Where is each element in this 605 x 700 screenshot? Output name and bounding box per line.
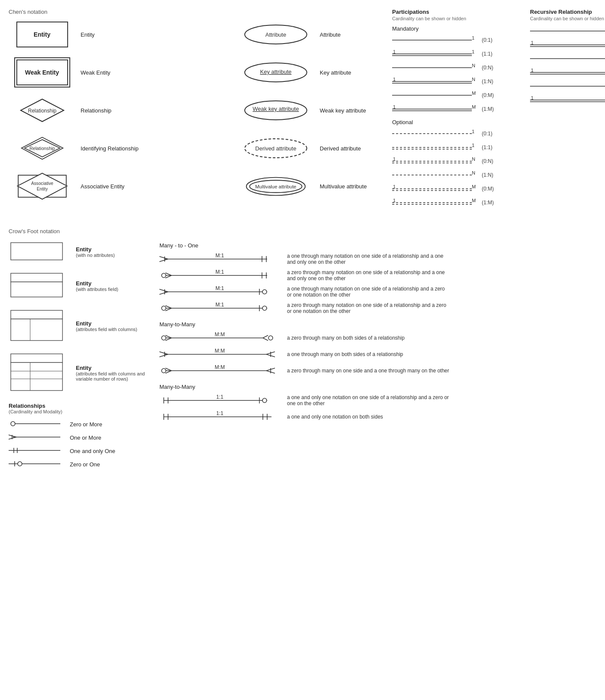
rel-legend-subtitle: (Cardinality and Modality): [9, 409, 147, 414]
recursive-title: Recursive Relationship: [530, 9, 605, 15]
svg-rect-82: [11, 362, 62, 391]
svg-text:Multivalue attribute: Multivalue attribute: [255, 184, 296, 189]
svg-text:M:M: M:M: [215, 348, 225, 354]
crows-cols-shape: [9, 308, 69, 344]
svg-text:1: 1: [393, 104, 396, 109]
mm-line-3: M:M: [159, 365, 280, 377]
svg-text:N: N: [472, 77, 475, 82]
part-notation-o-1n: (1:N): [482, 172, 493, 178]
relationship-shape: Relationship: [9, 98, 75, 123]
attr-label-weak-key: Weak key attribute: [315, 107, 366, 114]
rec-line-1m: 1 M: [530, 96, 605, 104]
entity-box: Entity: [16, 22, 68, 47]
attr-row-multivalue: Multivalue attribute Multivalue attribut…: [237, 171, 392, 201]
part-line-m-0n: N: [392, 63, 478, 72]
svg-text:1: 1: [393, 184, 396, 189]
svg-text:Attribute: Attribute: [265, 31, 286, 38]
crows-entity-rows: Entity (attributes field with columns an…: [9, 352, 147, 394]
many-to-many-title: Many-to-Many: [159, 321, 596, 328]
diamond-svg: Relationship: [19, 98, 66, 123]
svg-text:N: N: [472, 170, 475, 175]
svg-text:M:1: M:1: [215, 302, 224, 308]
part-row-o-0n: 1 N (0:N): [392, 156, 521, 167]
rec-line-0m: M: [530, 82, 605, 91]
svg-text:1: 1: [393, 77, 396, 82]
svg-line-127: [165, 335, 172, 338]
svg-line-132: [263, 338, 268, 341]
weak-entity-box: Weak Entity: [16, 59, 68, 85]
svg-text:1: 1: [472, 129, 474, 134]
m1-row-2: M:1 a zero through many notation on one …: [159, 269, 596, 281]
part-notation-m-0n: (0:N): [482, 65, 493, 71]
weak-entity-label: Weak Entity: [75, 69, 151, 76]
participations-title: Participations: [392, 9, 521, 15]
svg-text:Entity: Entity: [37, 187, 48, 191]
svg-rect-81: [11, 354, 62, 362]
svg-point-142: [162, 369, 166, 373]
part-row-m-1n: 1 N (1:N): [392, 76, 521, 87]
m1-row-1: M:1 a one through many notation on one s…: [159, 253, 596, 265]
svg-point-105: [162, 273, 166, 278]
attr-shape-derived: Derived attribute: [237, 137, 315, 160]
svg-text:Weak key attribute: Weak key attribute: [253, 106, 299, 112]
part-notation-m-11: (1:1): [482, 51, 493, 57]
rec-row-11: 1 1 (1:1): [530, 39, 605, 50]
svg-line-98: [159, 256, 168, 259]
m1-desc-3: a one through many notation on one side …: [287, 286, 451, 298]
crows-rows-label: Entity (attributes field with columns an…: [69, 365, 147, 381]
recursive-subtitle: Cardinality can be shown or hidden: [530, 16, 605, 21]
chens-relationship-row: Relationship Relationship: [9, 95, 237, 125]
rec-row-1m: 1 M (1:M): [530, 94, 605, 106]
mandatory-label: Mandatory: [392, 25, 521, 32]
m1-desc-1: a one through many notation on one side …: [287, 253, 451, 265]
crows-cols-label: Entity (attributes field with columns): [69, 320, 137, 332]
attr-row-weak-key: Weak key attribute Weak key attribute: [237, 95, 392, 125]
part-notation-o-0n: (0:N): [482, 158, 493, 164]
entity-shape: Entity: [9, 22, 75, 47]
attr-row-derived: Derived attribute Derived attribute: [237, 133, 392, 163]
attr-label-multivalue: Multivalue attribute: [315, 183, 367, 190]
svg-text:1: 1: [531, 40, 533, 45]
weak-key-ellipse-svg: Weak key attribute: [241, 99, 310, 122]
chens-col: Chen's notation Entity Entity Weak Entit…: [9, 9, 237, 211]
participations-subtitle: Cardinality can be shown or hidden: [392, 16, 521, 21]
part-line-m-1m: 1 M: [392, 105, 478, 113]
rel-one-more-desc: One or More: [70, 434, 101, 441]
svg-rect-75: [11, 243, 62, 260]
crows-left: Entity (with no attributes) Entity (with…: [9, 241, 147, 473]
svg-line-121: [165, 308, 172, 311]
part-line-m-1n: 1 N: [392, 77, 478, 86]
mm-desc-1: a zero through many on both sides of a r…: [287, 335, 405, 341]
part-row-o-11: 1 (1:1): [392, 142, 521, 153]
mm-line-1: M:M: [159, 332, 280, 344]
rel-zero-one-desc: Zero or One: [70, 461, 100, 468]
svg-text:Relationship: Relationship: [28, 108, 56, 114]
mm-row-3: M:M a zero through many on one side and …: [159, 365, 596, 377]
m1-line-4: M:1: [159, 302, 280, 314]
mm-row-2: M:M a one through many on both sides of …: [159, 348, 596, 360]
svg-rect-78: [11, 310, 62, 319]
rec-row-1n: 1 N (1:N): [530, 67, 605, 78]
svg-line-134: [159, 352, 168, 354]
attr-ellipse-svg: Attribute: [241, 23, 310, 47]
part-notation-o-01: (0:1): [482, 131, 493, 137]
svg-text:1:1: 1:1: [216, 394, 224, 400]
key-attr-ellipse-svg: Key attribute: [241, 61, 310, 84]
one-to-one-title: Many-to-Many: [159, 384, 596, 390]
associative-label: Associative Entity: [75, 183, 151, 190]
svg-point-126: [162, 336, 166, 340]
crows-attr-label: Entity (with attributes field): [69, 280, 118, 292]
attr-label-key: Key attribute: [315, 69, 351, 76]
svg-text:1:1: 1:1: [216, 410, 224, 416]
svg-line-131: [263, 335, 268, 338]
svg-text:1: 1: [393, 156, 396, 162]
svg-text:1: 1: [393, 49, 396, 54]
svg-rect-76: [11, 273, 62, 282]
rel-legend-title: Relationships: [9, 403, 147, 409]
svg-text:1: 1: [393, 198, 396, 203]
part-notation-m-01: (0:1): [482, 37, 493, 43]
part-row-m-0n: N (0:N): [392, 62, 521, 73]
svg-text:Key attribute: Key attribute: [260, 69, 292, 75]
rel-one-only: One and only One: [9, 446, 147, 456]
rec-line-01: 1: [530, 27, 605, 35]
